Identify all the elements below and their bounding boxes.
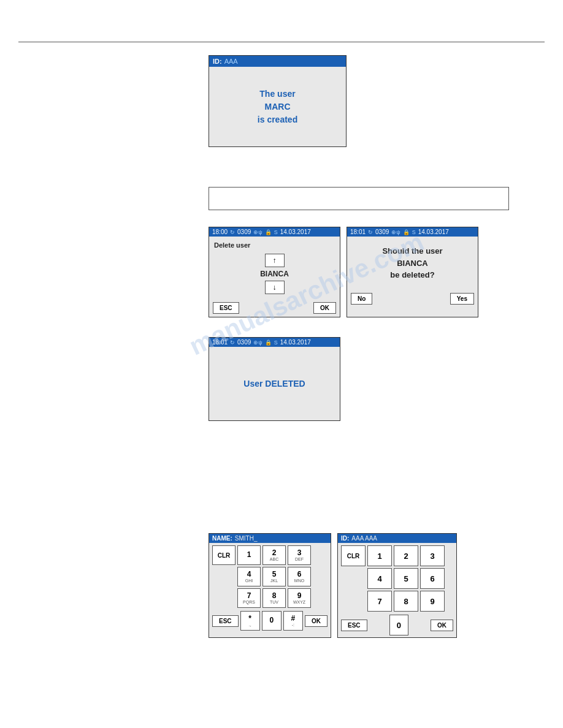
confirm-message: Should the userBIANCAbe deleted? [382,245,442,281]
date-display2: 14.03.2017 [418,229,449,235]
time-display2: 18:01 [350,229,366,235]
selected-user-label: BIANCA [260,270,289,278]
key-2[interactable]: 2ABC [262,545,286,565]
ok-button[interactable]: OK [313,302,336,314]
date-display: 14.03.2017 [280,229,311,235]
top-divider [18,42,545,42]
network-icon: ⊕ψ [253,229,262,235]
esc-button[interactable]: ESC [213,302,239,314]
key-4-id[interactable]: 4 [367,568,392,589]
clock-icon2: ↻ [368,229,373,235]
key-9-id[interactable]: 9 [420,591,445,612]
id-label: ID: [213,58,222,65]
delete-user-section: 18:00 ↻ 0309 ⊕ψ 🔒 S 14.03.2017 Delete us… [209,227,478,317]
time-display3: 18:01 [212,339,228,346]
deleted-dialog: 18:01 ↻ 0309 ⊕ψ 🔒 S 14.03.2017 User DELE… [209,337,340,421]
s-icon: S [274,229,278,235]
sync-display: 0309 [237,229,251,235]
dialog-body: The userMARCis created [209,67,346,146]
s-icon3: S [274,339,278,346]
key-3-id[interactable]: 3 [420,545,445,566]
id-value: AAA [224,58,238,65]
key-0-id[interactable]: 0 [389,615,408,635]
scroll-up-button[interactable]: ↑ [265,254,285,267]
network-icon2: ⊕ψ [391,229,400,235]
key-0-name[interactable]: 0 [262,611,282,631]
key-8[interactable]: 8TUV [262,588,286,608]
scroll-down-button[interactable]: ↓ [265,281,285,294]
key-star[interactable]: *., [240,611,260,631]
confirm-body: Should the userBIANCAbe deleted? [347,237,478,290]
lock-icon: 🔒 [265,229,272,235]
key-hash[interactable]: #-: [283,611,303,631]
deleted-header: 18:01 ↻ 0309 ⊕ψ 🔒 S 14.03.2017 [209,338,340,347]
name-value: SMITH_ [235,535,258,542]
id-keypad: ID: AAA AAA CLR 1 2 3 4 5 6 7 8 9 ESC 0 [337,533,457,638]
user-created-dialog: ID: AAA The userMARCis created [209,55,347,147]
dialog-header: ID: AAA [209,56,346,67]
key-2-id[interactable]: 2 [394,545,418,566]
name-keypad: NAME: SMITH_ CLR 1 2ABC 3DEF 4GHI 5JKL 6… [209,533,331,638]
id-label-kp: ID: [341,535,349,542]
key-3[interactable]: 3DEF [288,545,311,565]
created-message: The userMARCis created [258,88,297,126]
delete-footer: ESC OK [209,299,340,317]
id-keypad-header: ID: AAA AAA [338,534,456,543]
sync-display2: 0309 [375,229,389,235]
s-icon2: S [412,229,416,235]
user-deleted-section: 18:01 ↻ 0309 ⊕ψ 🔒 S 14.03.2017 User DELE… [209,337,340,421]
key-4[interactable]: 4GHI [237,567,261,586]
key-7-id[interactable]: 7 [367,591,392,612]
keypads-section: NAME: SMITH_ CLR 1 2ABC 3DEF 4GHI 5JKL 6… [209,533,457,638]
time-display: 18:00 [212,229,228,235]
key-6[interactable]: 6MNO [288,567,311,586]
name-label: NAME: [212,535,232,542]
clr-button-id[interactable]: CLR [341,545,366,566]
ok-button-id[interactable]: OK [431,620,453,631]
key-1-id[interactable]: 1 [367,545,392,566]
esc-button-id[interactable]: ESC [341,620,367,631]
key-7[interactable]: 7PQRS [237,588,261,608]
id-value-kp: AAA AAA [351,535,377,542]
delete-body: Delete user ↑ BIANCA ↓ [209,237,340,299]
key-5-id[interactable]: 5 [394,568,418,589]
lock-icon2: 🔒 [403,229,410,235]
confirm-footer: No Yes [347,290,478,308]
confirm-header: 18:01 ↻ 0309 ⊕ψ 🔒 S 14.03.2017 [347,227,478,237]
deleted-message: User DELETED [243,379,305,389]
sync-display3: 0309 [237,339,251,346]
clr-button-name[interactable]: CLR [212,545,236,565]
network-icon3: ⊕ψ [253,339,262,346]
name-keypad-header: NAME: SMITH_ [209,534,331,543]
name-keypad-footer: ESC *., 0 #-: OK [209,609,331,632]
esc-button-name[interactable]: ESC [212,615,239,627]
confirm-delete-dialog: 18:01 ↻ 0309 ⊕ψ 🔒 S 14.03.2017 Should th… [347,227,478,317]
yes-button[interactable]: Yes [450,293,474,305]
key-6-id[interactable]: 6 [420,568,445,589]
clock-icon: ↻ [230,229,235,235]
id-keypad-footer: ESC 0 OK [338,613,456,637]
key-8-id[interactable]: 8 [394,591,418,612]
date-display3: 14.03.2017 [280,339,311,346]
deleted-body: User DELETED [209,347,340,420]
key-5[interactable]: 5JKL [262,567,286,586]
key-9[interactable]: 9WXYZ [288,588,311,608]
empty-bar [209,187,509,210]
key-1[interactable]: 1 [237,545,261,565]
delete-title: Delete user [214,241,335,249]
clock-icon3: ↻ [230,339,235,346]
ok-button-name[interactable]: OK [305,615,327,627]
delete-user-dialog: 18:00 ↻ 0309 ⊕ψ 🔒 S 14.03.2017 Delete us… [209,227,340,317]
delete-header: 18:00 ↻ 0309 ⊕ψ 🔒 S 14.03.2017 [209,227,340,237]
scroll-section: ↑ BIANCA ↓ [214,254,335,294]
no-button[interactable]: No [351,293,372,305]
lock-icon3: 🔒 [265,339,272,346]
dialog-box: ID: AAA The userMARCis created [209,55,347,147]
